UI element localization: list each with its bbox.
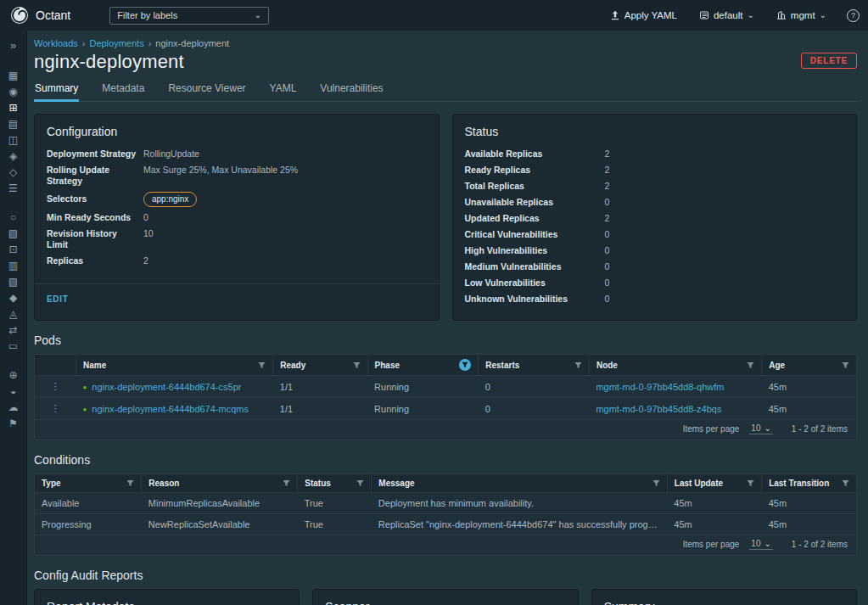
sidebar-icon-storage-classes[interactable]: ▨ [0, 273, 27, 289]
column-header-message: Message [378, 479, 414, 488]
filter-funnel-icon[interactable] [258, 361, 266, 369]
status-label: Ready Replicas [465, 165, 605, 176]
filter-funnel-icon[interactable] [574, 361, 582, 369]
tab-summary[interactable]: Summary [34, 78, 79, 102]
config-value: Max Surge 25%, Max Unavailable 25% [143, 165, 298, 176]
report-metadata-title: Report Metadata [47, 600, 287, 605]
filter-funnel-icon[interactable] [652, 479, 660, 487]
filter-funnel-icon[interactable] [126, 479, 134, 487]
sidebar-icon-plugin-2[interactable]: ◒ [0, 383, 27, 399]
sidebar-icon-cluster-rbac[interactable]: ◆ [0, 289, 27, 305]
filter-funnel-icon[interactable] [747, 479, 754, 487]
sidebar-icon-applications[interactable]: ▦ [0, 67, 27, 83]
sidebar-icon-plugin-3[interactable]: ☁ [0, 399, 27, 415]
sidebar-icon-namespace-overview[interactable]: ◉ [0, 83, 27, 99]
pagination-range: 1 - 2 of 2 items [792, 424, 848, 434]
tab-yaml[interactable]: YAML [269, 78, 298, 102]
page-size-select[interactable]: 10 ⌄ [749, 423, 773, 434]
help-icon[interactable]: ? [847, 9, 860, 22]
chevron-down-icon: ⌄ [820, 11, 826, 20]
status-value: 2 [605, 165, 610, 176]
tab-resource-viewer[interactable]: Resource Viewer [167, 78, 246, 102]
status-label: Total Replicas [465, 181, 605, 192]
node-link[interactable]: mgmt-md-0-97bb45dd8-z4bqs [596, 404, 721, 414]
context-selector[interactable]: default ⌄ [699, 10, 754, 20]
pod-phase: Running [367, 398, 479, 420]
configuration-card: Configuration Deployment StrategyRolling… [34, 114, 440, 321]
app-title: Octant [36, 8, 70, 22]
sidebar-icon-cluster-overview[interactable]: ○ [0, 209, 27, 225]
page-title: nginx-deployment [34, 51, 184, 73]
selector-pill[interactable]: app:nginx [143, 192, 197, 207]
tab-bar: Summary Metadata Resource Viewer YAML Vu… [34, 78, 857, 102]
column-header-age: Age [769, 361, 785, 370]
filter-by-labels-input[interactable]: Filter by labels ⌄ [109, 7, 269, 25]
filter-funnel-icon[interactable] [842, 361, 849, 369]
pod-link[interactable]: nginx-deployment-6444bd674-mcqms [92, 404, 249, 414]
config-label: Revision History Limit [47, 228, 143, 250]
filter-funnel-icon[interactable] [842, 479, 849, 487]
tab-vulnerabilities[interactable]: Vulnerabilities [319, 78, 384, 102]
breadcrumb-link-workloads[interactable]: Workloads [34, 38, 78, 48]
status-value: 0 [605, 197, 610, 208]
namespace-selector[interactable]: mgmt ⌄ [776, 10, 826, 20]
status-label: High Vulnerabilities [465, 245, 605, 256]
items-per-page-label: Items per page [683, 424, 740, 434]
sidebar-icon-port-forwards[interactable]: ⇄ [0, 322, 27, 338]
page-size-select[interactable]: 10 ⌄ [749, 539, 773, 550]
sidebar: » ▦ ◉ ⊞ ▤ ◫ ◈ ◇ ☰ ○ ▧ ⊡ ▥ ▨ ◆ ◬ ⇄ ▭ ⊕ ◒ … [0, 31, 27, 605]
node-link[interactable]: mgmt-md-0-97bb45dd8-qhwfm [596, 382, 724, 392]
breadcrumb-link-deployments[interactable]: Deployments [89, 38, 143, 48]
conditions-section-title: Conditions [34, 453, 857, 467]
status-label: Medium Vulnerabilities [465, 261, 605, 272]
apply-yaml-button[interactable]: Apply YAML [610, 10, 677, 20]
config-label: Min Ready Seconds [47, 212, 143, 223]
tab-metadata[interactable]: Metadata [101, 78, 145, 102]
active-filter-funnel-icon[interactable] [459, 359, 471, 371]
condition-last-transition: 45m [762, 514, 856, 535]
app-header: Octant Filter by labels ⌄ Apply YAML def… [0, 0, 868, 31]
column-header-type: Type [42, 479, 61, 488]
pod-phase: Running [367, 376, 479, 398]
sidebar-icon-webhooks[interactable]: ◬ [0, 305, 27, 322]
sidebar-icon-nodes[interactable]: ⊡ [0, 241, 27, 257]
pods-table: Name Ready Phase Restarts Node Age ⋮ ●ng… [34, 354, 857, 440]
sidebar-icon-config-storage[interactable]: ▤ [0, 115, 27, 132]
status-value: 0 [605, 277, 610, 288]
config-value: 10 [143, 228, 154, 239]
filter-funnel-icon[interactable] [283, 479, 290, 487]
octant-logo-icon [10, 6, 29, 25]
sidebar-icon-rbac[interactable]: ◈ [0, 148, 27, 164]
row-menu-icon[interactable]: ⋮ [51, 381, 60, 391]
sidebar-icon-network[interactable]: ◇ [0, 164, 27, 180]
main-content: Workloads›Deployments›nginx-deployment n… [27, 31, 868, 605]
status-value: 2 [605, 213, 610, 224]
status-ok-dot-icon: ● [82, 406, 87, 413]
condition-row: Available MinimumReplicasAvailable True … [35, 493, 856, 514]
sidebar-icon-events[interactable]: ☰ [0, 180, 27, 196]
report-metadata-card: Report Metadata Generated At1m [34, 589, 300, 605]
filter-funnel-icon[interactable] [747, 361, 754, 369]
condition-message: Deployment has minimum availability. [372, 493, 667, 514]
filter-funnel-icon[interactable] [353, 361, 361, 369]
edit-button[interactable]: EDIT [47, 294, 69, 304]
config-label: Selectors [47, 193, 143, 204]
sidebar-icon-custom-resources[interactable]: ◫ [0, 132, 27, 148]
sidebar-icon-namespaces[interactable]: ▧ [0, 225, 27, 241]
pod-age: 45m [762, 376, 856, 398]
pod-link[interactable]: nginx-deployment-6444bd674-cs5pr [92, 382, 241, 392]
condition-last-update: 45m [667, 493, 761, 514]
sidebar-icon-plugin-4[interactable]: ⚑ [0, 415, 27, 431]
status-title: Status [465, 125, 845, 138]
sidebar-icon-plugin-1[interactable]: ⊕ [0, 367, 27, 383]
status-value: 0 [605, 261, 610, 272]
chevron-down-icon: ⌄ [255, 11, 261, 20]
sidebar-icon-terminal[interactable]: ▭ [0, 338, 27, 354]
row-menu-icon[interactable]: ⋮ [51, 403, 60, 413]
filter-funnel-icon[interactable] [356, 479, 364, 487]
column-header-ready: Ready [280, 361, 305, 370]
sidebar-expand-icon[interactable]: » [0, 36, 27, 54]
sidebar-icon-workloads[interactable]: ⊞ [0, 99, 27, 115]
sidebar-icon-persistent-volumes[interactable]: ▥ [0, 257, 27, 273]
delete-button[interactable]: DELETE [801, 53, 857, 69]
